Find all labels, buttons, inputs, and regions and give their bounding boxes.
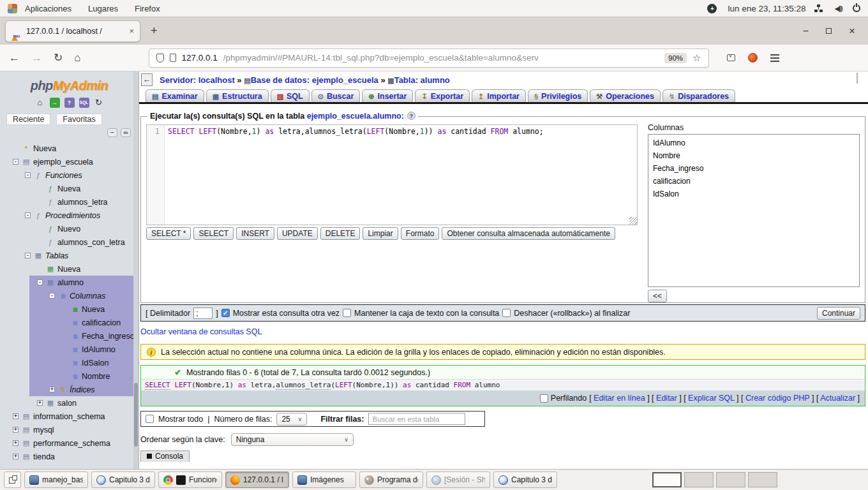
home-icon[interactable]: ⌂: [35, 98, 45, 108]
power-icon[interactable]: [853, 4, 860, 12]
recent-button[interactable]: Reciente: [6, 114, 50, 125]
tree-item-funciones[interactable]: -ƒFunciones: [0, 168, 138, 182]
query-button-delete[interactable]: DELETE: [320, 227, 361, 240]
tab-importar[interactable]: ↥Importar: [472, 89, 526, 102]
tree-item-tablas[interactable]: -▦Tablas: [0, 249, 138, 262]
result-link-editar-en-l-nea[interactable]: Editar en línea: [594, 394, 645, 403]
taskbar-window-127-0-0-1-l[interactable]: 127.0.0.1 / l...: [225, 471, 289, 488]
collapse-icon[interactable]: -: [13, 159, 19, 165]
maximize-icon[interactable]: [826, 28, 832, 34]
tab-insertar[interactable]: ⊕Insertar: [362, 89, 413, 102]
taskbar-window-manejo-base[interactable]: manejo_base...: [24, 471, 88, 488]
breadcrumb-link-tabla-alumno[interactable]: Tabla: alumno: [394, 75, 450, 85]
tree-item-nueva[interactable]: ▦Nueva: [0, 262, 138, 276]
show-query-checkbox[interactable]: ✓: [221, 309, 230, 317]
expand-icon[interactable]: +: [13, 454, 19, 459]
tree-item-fecha-ingreso[interactable]: ▮▮Fecha_ingreso: [0, 329, 138, 343]
logout-icon[interactable]: →: [50, 98, 60, 108]
back-icon[interactable]: ←: [9, 52, 20, 64]
tree-item-alumnos-con-letra[interactable]: ƒalumnos_con_letra: [0, 235, 138, 249]
tree-item-columnas[interactable]: -▮▮Columnas: [0, 289, 138, 302]
nav-panel-toggle-icon[interactable]: ←: [141, 73, 153, 86]
filter-rows-input[interactable]: [368, 413, 465, 425]
tab-privilegios[interactable]: §Privilegios: [528, 89, 588, 102]
expand-icon[interactable]: +: [13, 427, 19, 433]
collapse-columns-button[interactable]: <<: [648, 290, 667, 302]
network-icon[interactable]: [817, 4, 820, 7]
favorites-button[interactable]: Favoritas: [56, 114, 101, 125]
clock[interactable]: lun ene 23, 11:35:28: [728, 4, 805, 13]
extension-icon[interactable]: [748, 53, 758, 63]
bookmark-star-icon[interactable]: ☆: [692, 52, 701, 64]
query-button-formato[interactable]: Formato: [401, 227, 440, 240]
collapse-icon[interactable]: -: [49, 293, 55, 299]
breadcrumb-link-servidor-localhost[interactable]: Servidor: localhost: [160, 75, 235, 85]
expand-icon[interactable]: +: [37, 400, 43, 406]
tree-item-alumnos-letra[interactable]: ƒalumnos_letra: [0, 195, 138, 209]
workspace-cell-1[interactable]: [652, 472, 682, 487]
volume-icon[interactable]: ◀))): [835, 4, 842, 13]
expand-icon[interactable]: +: [13, 440, 19, 446]
collapse-icon[interactable]: -: [25, 212, 31, 218]
result-link-crear-c-digo-php[interactable]: Crear código PHP: [745, 394, 810, 403]
tree-item-performance-schema[interactable]: +▤performance_schema: [0, 436, 138, 450]
query-button-limpiar[interactable]: Limpiar: [363, 227, 398, 240]
workspace-cell-3[interactable]: [716, 472, 745, 487]
tree-item-nuevo[interactable]: ƒNuevo: [0, 222, 138, 235]
tab-exportar[interactable]: ↧Exportar: [415, 89, 470, 102]
tree-item-nueva[interactable]: ▮▮Nueva: [0, 302, 138, 316]
sql-window-icon[interactable]: SQL: [79, 98, 89, 108]
collapse-icon[interactable]: -: [25, 253, 31, 258]
sidebar-scrollbar[interactable]: [133, 71, 138, 469]
link-icon[interactable]: ∞: [121, 128, 131, 137]
query-button-select[interactable]: SELECT *: [146, 227, 191, 240]
continue-button[interactable]: Continuar: [817, 307, 860, 320]
applications-logo-icon[interactable]: [8, 4, 17, 13]
library-icon[interactable]: [727, 54, 735, 61]
query-button-insert[interactable]: INSERT: [236, 227, 274, 240]
delimiter-input[interactable]: [193, 308, 213, 319]
tab-disparadores[interactable]: ↯Disparadores: [662, 89, 735, 102]
collapse-icon[interactable]: -: [37, 279, 43, 285]
home-icon[interactable]: ⌂: [74, 52, 80, 64]
column-option-idalumno[interactable]: IdAlumno: [648, 137, 859, 149]
expand-icon[interactable]: +: [49, 387, 55, 392]
workspace-cell-4[interactable]: [748, 472, 777, 487]
query-button-select[interactable]: SELECT: [193, 227, 234, 240]
hamburger-menu-icon[interactable]: [770, 54, 779, 56]
tree-item-nombre[interactable]: ▮▮Nombre: [0, 369, 138, 383]
tree-item-salon[interactable]: +▦salon: [0, 396, 138, 410]
rows-count-select[interactable]: 25∨: [276, 413, 307, 426]
collapse-all-icon[interactable]: −: [107, 128, 117, 137]
tab-operaciones[interactable]: ⚒Operaciones: [590, 89, 661, 102]
show-all-checkbox[interactable]: [146, 415, 154, 423]
taskbar-window-im-genes[interactable]: Imágenes: [292, 471, 356, 488]
expand-icon[interactable]: +: [13, 413, 19, 419]
tree-item-tienda[interactable]: +▤tienda: [0, 450, 138, 463]
help-question-icon[interactable]: ?: [407, 112, 415, 120]
tracking-shield-icon[interactable]: [156, 54, 164, 63]
collapse-icon[interactable]: -: [25, 172, 31, 178]
sql-editor[interactable]: 1 SELECT LEFT(Nombre,1) as letra,alumnos…: [146, 124, 638, 225]
reload-icon[interactable]: ↻: [54, 51, 63, 64]
zoom-indicator[interactable]: 90%: [664, 53, 687, 63]
hide-sql-window-link[interactable]: Ocultar ventana de consultas SQL: [140, 327, 262, 336]
taskbar-window-sesi-n-shu[interactable]: [Sesión - Shu...: [426, 471, 490, 488]
column-option-fecha-ingreso[interactable]: Fecha_ingreso: [648, 162, 859, 175]
show-desktop-icon[interactable]: [4, 471, 21, 488]
refresh-icon[interactable]: ↻: [94, 98, 104, 108]
taskbar-window-funciones[interactable]: Funciones...: [158, 471, 222, 488]
tree-item-idalumno[interactable]: ▮▮IdAlumno: [0, 343, 138, 356]
rollback-checkbox[interactable]: [502, 309, 511, 317]
close-icon[interactable]: ×: [849, 25, 855, 38]
sidebar-scrollbar-thumb[interactable]: [134, 383, 138, 447]
page-info-icon[interactable]: [170, 54, 176, 62]
column-option-nombre[interactable]: Nombre: [648, 149, 859, 162]
query-button-obtener-consulta-almacenada-autom-ticamente[interactable]: Obtener consulta almacenada automáticame…: [442, 227, 615, 240]
menu-firefox[interactable]: Firefox: [135, 4, 160, 13]
query-button-update[interactable]: UPDATE: [277, 227, 318, 240]
tree-item-alumno[interactable]: -▦alumno: [0, 276, 138, 289]
tree-item-nueva[interactable]: ƒNueva: [0, 182, 138, 195]
tab-close-icon[interactable]: ×: [129, 26, 134, 36]
tab-buscar[interactable]: ⊙Buscar: [311, 89, 361, 102]
